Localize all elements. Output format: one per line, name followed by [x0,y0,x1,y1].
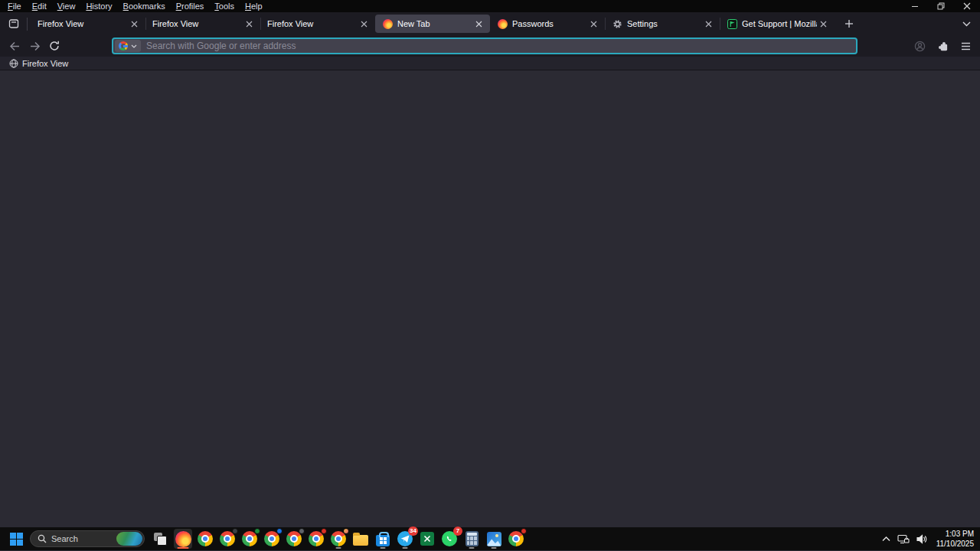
list-all-tabs-chevron-icon[interactable] [956,15,976,33]
tab-firefox-view-3[interactable]: Firefox View [260,12,375,35]
taskbar-file-explorer[interactable] [351,529,370,549]
speaker-icon[interactable] [916,534,927,544]
search-icon [38,534,47,543]
forward-icon[interactable] [24,37,44,55]
taskbar-excel[interactable] [418,529,436,549]
tray-date: 11/10/2025 [936,539,974,549]
tab-close-icon[interactable] [702,18,715,31]
firefox-logo-icon [497,18,508,29]
menu-edit[interactable]: Edit [27,1,52,11]
taskbar-apps: 34 7 [152,529,525,549]
toolbar-right-icons [910,37,975,55]
url-bar[interactable] [112,37,858,54]
menu-bookmarks[interactable]: Bookmarks [118,1,171,11]
menu-tools[interactable]: Tools [209,1,240,11]
chrome-icon [198,531,213,546]
start-button-windows-icon[interactable] [6,529,26,549]
tab-close-icon[interactable] [358,18,371,31]
window-controls [902,0,980,12]
close-icon[interactable] [954,0,980,12]
page-content-area [0,70,980,527]
tab-close-icon[interactable] [128,18,141,31]
address-input[interactable] [146,41,853,51]
taskbar-calculator[interactable] [462,529,481,549]
globe-icon [9,59,18,68]
menu-profiles[interactable]: Profiles [171,1,210,11]
menu-bar: File Edit View History Bookmarks Profile… [0,0,268,12]
task-view-icon[interactable] [152,529,170,549]
telegram-badge: 34 [408,527,418,536]
folder-icon [353,535,368,546]
tab-label: Passwords [512,19,587,28]
taskbar-chrome-8[interactable] [507,529,525,549]
account-profile-icon[interactable] [910,37,929,55]
hamburger-menu-icon[interactable] [956,37,975,55]
tab-firefox-view-2[interactable]: Firefox View [145,12,260,35]
back-icon[interactable] [5,37,24,55]
reload-icon[interactable] [44,37,64,55]
search-highlight-image[interactable] [116,532,142,546]
tab-label: New Tab [397,19,472,28]
store-bag-icon [376,535,390,546]
photos-icon [487,532,501,546]
tab-label: Firefox View [38,19,128,28]
search-label: Search [51,534,78,543]
bookmarks-toolbar: Firefox View [0,57,980,70]
hidden-icons-chevron-icon[interactable] [882,536,890,542]
menu-history[interactable]: History [80,1,117,11]
taskbar-chrome-2[interactable] [218,529,237,549]
taskbar-chrome-1[interactable] [196,529,214,549]
tab-close-icon[interactable] [587,18,600,31]
taskbar-whatsapp[interactable]: 7 [440,529,459,549]
extensions-puzzle-icon[interactable] [933,37,952,55]
tab-close-icon[interactable] [472,18,485,31]
search-engine-chip[interactable] [115,40,141,52]
tab-new-tab[interactable]: New Tab [375,15,490,33]
windows-taskbar: Search [0,527,980,550]
firefox-logo-icon [382,18,393,29]
tab-settings[interactable]: Settings [605,12,720,35]
menu-view[interactable]: View [52,1,81,11]
taskbar-chrome-7[interactable] [329,529,348,549]
minimize-icon[interactable] [902,0,928,12]
taskbar-chrome-6[interactable] [307,529,325,549]
mozilla-support-flag-icon [727,18,737,29]
taskbar-microsoft-store[interactable] [374,529,392,549]
firefox-icon [175,531,191,547]
tab-passwords[interactable]: Passwords [490,12,605,35]
tab-label: Firefox View [267,19,358,28]
new-tab-plus-icon[interactable] [839,15,859,33]
system-tray: 1:03 PM 11/10/2025 [882,529,974,549]
taskbar-clock[interactable]: 1:03 PM 11/10/2025 [934,529,974,549]
taskbar-search-box[interactable]: Search [30,530,145,547]
tab-firefox-view-1[interactable]: Firefox View [31,12,145,35]
excel-icon [420,532,434,546]
taskbar-chrome-4[interactable] [263,529,281,549]
tab-close-icon[interactable] [817,18,830,31]
restore-icon[interactable] [928,0,954,12]
firefox-view-icon[interactable] [4,15,24,33]
tab-label: Firefox View [152,19,243,28]
calculator-icon [466,531,479,546]
tab-label: Settings [627,19,702,28]
taskbar-telegram[interactable]: 34 [396,529,414,549]
chevron-down-icon [131,44,137,48]
tab-label: Get Support | Mozilla Support [742,19,817,28]
bookmark-label: Firefox View [22,59,68,68]
tab-separator [27,18,28,31]
tray-time: 1:03 PM [936,529,974,539]
google-logo-icon [119,41,128,51]
network-icon[interactable] [897,534,910,544]
taskbar-firefox[interactable] [174,529,192,549]
tab-bar: Firefox View Firefox View Firefox View N… [0,12,980,35]
bookmark-firefox-view[interactable]: Firefox View [6,58,71,69]
taskbar-chrome-3[interactable] [240,529,259,549]
navigation-toolbar [0,35,980,57]
menu-help[interactable]: Help [240,1,268,11]
title-bar: File Edit View History Bookmarks Profile… [0,0,980,12]
taskbar-chrome-5[interactable] [285,529,303,549]
menu-file[interactable]: File [2,1,27,11]
tab-get-support[interactable]: Get Support | Mozilla Support [720,12,835,35]
taskbar-photos[interactable] [485,529,503,549]
tab-close-icon[interactable] [243,18,256,31]
